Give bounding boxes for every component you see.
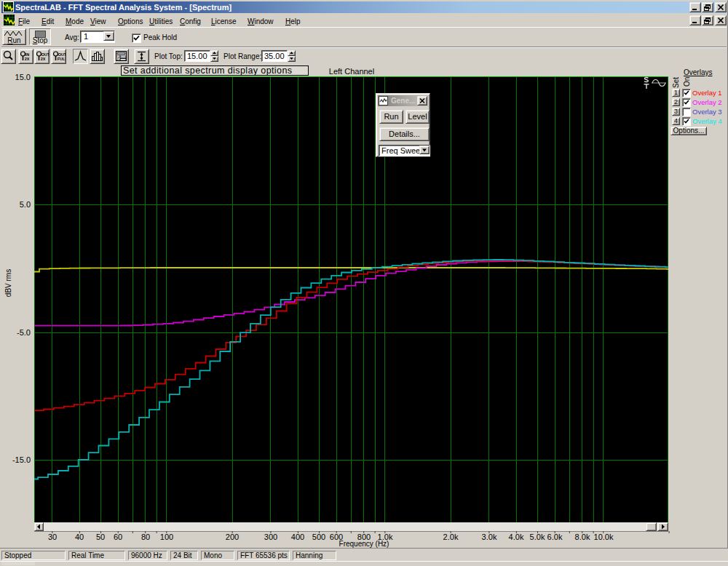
svg-text:On: On <box>683 77 691 87</box>
svg-text:Set: Set <box>672 77 680 88</box>
